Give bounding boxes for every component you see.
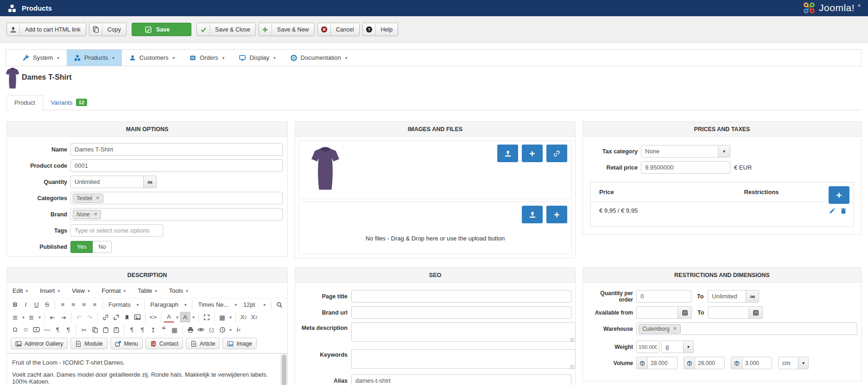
code-sample-button[interactable]: {;} — [206, 324, 217, 335]
admiror-gallery-button[interactable]: Admiror Gallery — [11, 338, 68, 349]
link-image-button[interactable] — [546, 145, 567, 162]
copy-button[interactable]: Copy — [89, 23, 127, 36]
redo-button[interactable]: ↷ — [84, 312, 95, 322]
add-file-button[interactable] — [546, 206, 567, 223]
upload-image-inline-button[interactable]: ↥ — [148, 324, 158, 335]
paste-as-text-button[interactable] — [111, 324, 121, 335]
numbered-list-caret[interactable]: ▾ — [37, 312, 42, 322]
paste-button[interactable] — [100, 324, 111, 335]
background-color-caret[interactable]: ▾ — [190, 312, 196, 322]
editor-menu-format[interactable]: Format▾ — [101, 287, 126, 294]
show-invisibles-button[interactable]: ¶ — [137, 324, 148, 335]
resize-grip-icon[interactable] — [570, 338, 574, 342]
paragraph-dropdown[interactable]: Paragraph▾ — [147, 301, 190, 308]
resize-grip-icon[interactable] — [570, 365, 574, 369]
horizontal-rule-button[interactable]: — — [42, 324, 52, 335]
volume-length-input[interactable] — [647, 357, 678, 369]
source-code-button[interactable]: <> — [148, 312, 158, 322]
editor-menu-insert[interactable]: Insert▾ — [40, 287, 60, 294]
insert-link-button[interactable] — [100, 312, 111, 322]
anchor-button[interactable] — [121, 312, 132, 322]
align-right-button[interactable]: ≡ — [79, 299, 89, 310]
undo-button[interactable]: ↶ — [74, 312, 84, 322]
tab-product[interactable]: Product — [6, 95, 43, 110]
insert-image-button[interactable] — [132, 312, 143, 322]
quantity-max-input[interactable] — [708, 290, 746, 303]
quantity-min-input[interactable] — [636, 290, 691, 303]
preview-button[interactable] — [196, 324, 206, 335]
indent-button[interactable]: ⇥ — [58, 312, 69, 322]
add-image-button[interactable] — [522, 145, 543, 162]
menu-orders[interactable]: Orders ▾ — [182, 50, 232, 66]
save-close-button[interactable]: Save & Close — [196, 23, 256, 36]
menu-products[interactable]: Products ▾ — [67, 50, 122, 66]
contact-button[interactable]: Contact — [146, 338, 183, 349]
editor-menu-view[interactable]: View▾ — [72, 287, 89, 294]
available-to-calendar-button[interactable] — [749, 306, 763, 319]
font-size-dropdown[interactable]: 12pt▾ — [240, 301, 269, 308]
help-button[interactable]: Help — [362, 23, 399, 36]
table-button[interactable]: ▦ — [217, 312, 228, 322]
special-character-button[interactable]: Ω — [10, 324, 20, 335]
brand-url-input[interactable] — [351, 306, 571, 319]
volume-unit-select[interactable]: cm — [778, 357, 798, 369]
published-yes-button[interactable]: Yes — [70, 241, 93, 253]
available-from-calendar-button[interactable] — [678, 306, 692, 319]
show-blocks-button[interactable]: ¶ — [127, 324, 137, 335]
formats-dropdown[interactable]: Formats▾ — [105, 301, 142, 308]
clear-formatting-button[interactable]: Ix — [233, 324, 244, 335]
unlimited-max-button[interactable]: ∞ — [746, 290, 759, 303]
volume-height-input[interactable] — [742, 357, 772, 369]
strikethrough-button[interactable]: S — [42, 299, 52, 310]
category-chip[interactable]: Textiel ✕ — [73, 194, 103, 203]
find-replace-button[interactable] — [274, 299, 285, 310]
categories-select[interactable]: Textiel ✕ — [70, 192, 283, 204]
weight-unit-caret-button[interactable]: ▾ — [684, 341, 694, 353]
outdent-button[interactable]: ⇤ — [47, 312, 58, 322]
tab-variants[interactable]: Variants 12 — [43, 95, 95, 110]
menu-customers[interactable]: Customers ▾ — [122, 50, 182, 66]
text-color-caret[interactable]: ▾ — [174, 312, 180, 322]
fullscreen-button[interactable] — [201, 312, 212, 322]
editor-menu-tools[interactable]: Tools▾ — [169, 287, 188, 294]
ltr-button[interactable]: ¶ — [52, 324, 63, 335]
bold-button[interactable]: B — [10, 299, 20, 310]
available-to-input[interactable] — [708, 306, 749, 319]
keywords-textarea[interactable] — [351, 349, 576, 369]
upload-image-button[interactable] — [497, 145, 518, 162]
delete-price-button[interactable] — [840, 208, 847, 214]
image-plugin-button[interactable]: Image — [222, 338, 256, 349]
editor-scrollbar[interactable] — [280, 353, 287, 385]
files-dropzone[interactable]: No files - Drag & Drop here or use the u… — [299, 202, 571, 254]
bullet-list-caret[interactable]: ▾ — [20, 312, 26, 322]
alias-input[interactable] — [351, 374, 571, 385]
retail-price-input[interactable] — [641, 161, 730, 174]
save-button[interactable]: Save — [132, 23, 191, 36]
subscript-button[interactable]: X2 — [238, 312, 249, 322]
blockquote-button[interactable]: “ — [158, 324, 169, 335]
editor-content[interactable]: Fruit of the Loom - ICONIC T-shirt Dames… — [7, 353, 287, 385]
background-color-button[interactable]: A — [180, 312, 190, 322]
brand-chip[interactable]: None ✕ — [73, 210, 101, 219]
justify-button[interactable]: ≡ — [89, 299, 100, 310]
weight-unit-select[interactable]: g — [661, 341, 684, 353]
available-from-input[interactable] — [636, 306, 678, 319]
cut-button[interactable]: ✂ — [79, 324, 89, 335]
editor-menu-edit[interactable]: Edit▾ — [13, 287, 28, 294]
name-input[interactable] — [70, 143, 283, 156]
product-code-input[interactable] — [70, 159, 283, 172]
emoticons-button[interactable]: ☺ — [20, 324, 31, 335]
page-title-input[interactable] — [351, 290, 571, 303]
menu-display[interactable]: Display ▾ — [232, 50, 283, 66]
align-center-button[interactable]: ≡ — [68, 299, 79, 310]
menu-documentation[interactable]: Documentation ▾ — [283, 50, 355, 66]
text-color-button[interactable]: A — [164, 312, 174, 322]
editor-menu-table[interactable]: Table▾ — [138, 287, 157, 294]
datetime-caret[interactable]: ▾ — [228, 324, 233, 335]
volume-width-input[interactable] — [695, 357, 725, 369]
tax-category-caret-button[interactable]: ▾ — [718, 145, 730, 158]
quantity-input[interactable] — [70, 176, 144, 188]
add-to-cart-html-link-button[interactable]: Add to cart HTML link — [6, 23, 86, 36]
menu-system[interactable]: System ▾ — [15, 50, 67, 66]
article-button[interactable]: Article — [186, 338, 220, 349]
